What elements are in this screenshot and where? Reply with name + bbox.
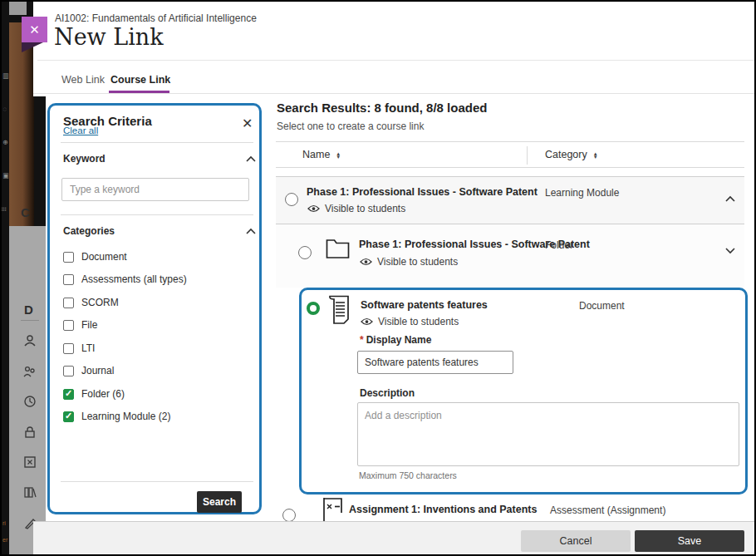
- radio-unselected[interactable]: [282, 509, 296, 522]
- checkbox-option-scorm[interactable]: SCORM: [63, 294, 246, 311]
- close-filters-icon[interactable]: ✕: [242, 116, 253, 131]
- background-block: [9, 2, 27, 15]
- checkbox-option-file[interactable]: File: [63, 317, 246, 333]
- dialog-footer: Cancel Save: [33, 521, 756, 554]
- groups-icon: [23, 365, 37, 378]
- checkbox-option-folder[interactable]: Folder (6): [63, 386, 246, 402]
- radio-unselected[interactable]: [298, 246, 312, 259]
- row-category: Folder: [545, 239, 573, 251]
- search-button[interactable]: Search: [197, 491, 242, 513]
- visibility-label: Visible to students: [378, 316, 459, 327]
- option-label: Assessments (all types): [81, 273, 187, 285]
- checkbox-unchecked[interactable]: [63, 274, 74, 285]
- display-name-input[interactable]: [357, 351, 513, 374]
- radio-selected[interactable]: [307, 302, 320, 315]
- nav-glyph-icon: ◌: [1, 107, 8, 111]
- chevron-up-icon[interactable]: [724, 195, 736, 203]
- visibility-row: Visible to students: [360, 256, 458, 268]
- checkbox-checked[interactable]: [63, 411, 74, 422]
- eye-icon: [307, 204, 320, 213]
- keyword-input[interactable]: [61, 178, 249, 201]
- column-header-name[interactable]: Name▲▼: [302, 149, 341, 160]
- sort-icon[interactable]: ▲▼: [336, 152, 341, 159]
- dimmed-sidebar: C D: [9, 226, 46, 554]
- option-label: Document: [81, 251, 127, 263]
- chevron-up-icon[interactable]: [245, 228, 257, 235]
- new-link-dialog: ▤ ◌ ⊕ ▣ ⠿ ri er C D AI1002: Fundamentals…: [0, 0, 756, 556]
- lock-icon: [23, 426, 37, 439]
- option-label: Journal: [81, 365, 114, 376]
- nav-text: ri: [2, 520, 6, 526]
- person-icon: [23, 334, 37, 347]
- checkbox-checked[interactable]: [63, 389, 74, 400]
- column-divider: [527, 146, 528, 165]
- clear-all-link[interactable]: Clear all: [63, 125, 98, 135]
- divider: [61, 214, 253, 215]
- books-icon: [23, 485, 37, 499]
- visibility-label: Visible to students: [377, 256, 458, 268]
- sort-icon[interactable]: ▲▼: [593, 152, 598, 159]
- display-name-label: *Display Name: [360, 334, 431, 346]
- checkbox-option-journal[interactable]: Journal: [63, 362, 246, 379]
- checkbox-option-learning-module[interactable]: Learning Module (2): [63, 408, 246, 425]
- description-label: Description: [360, 387, 415, 399]
- checkbox-unchecked[interactable]: [63, 320, 74, 331]
- course-code-label: AI1002: Fundamentals of Artificial Intel…: [55, 12, 257, 24]
- nav-glyph-icon: ⠿: [1, 207, 8, 212]
- cancel-button[interactable]: Cancel: [521, 530, 631, 552]
- nav-text: er: [2, 537, 7, 543]
- option-label: LTI: [81, 342, 95, 354]
- checkbox-unchecked[interactable]: [63, 343, 74, 354]
- results-table-header: Name▲▼ Category▲▼: [276, 141, 744, 168]
- nav-glyph-icon: ⊕: [2, 140, 9, 145]
- nav-glyph-icon: ▣: [2, 173, 9, 180]
- radio-unselected[interactable]: [285, 193, 298, 206]
- divider: [61, 481, 253, 482]
- checkbox-unchecked[interactable]: [63, 298, 74, 308]
- results-subtitle: Select one to create a course link: [277, 121, 424, 132]
- nav-glyph-icon: ▤: [2, 73, 9, 80]
- chevron-up-icon[interactable]: [245, 155, 257, 163]
- keyword-section-label: Keyword: [63, 153, 106, 165]
- tab-web-link[interactable]: Web Link: [61, 74, 105, 86]
- close-panel-button[interactable]: ✕: [22, 17, 47, 42]
- course-banner-image: [9, 22, 34, 226]
- result-row-document-selected[interactable]: Software patents features Visible to stu…: [299, 288, 748, 494]
- divider: [37, 60, 756, 61]
- checkbox-option-assessments[interactable]: Assessments (all types): [63, 271, 246, 288]
- row-title: Assignment 1: Inventions and Patents: [349, 504, 537, 515]
- categories-section-label: Categories: [63, 225, 115, 237]
- close-button-fold: [22, 42, 43, 52]
- checkbox-unchecked[interactable]: [63, 252, 74, 263]
- result-row-learning-module[interactable]: Phase 1: Professional Issues - Software …: [276, 176, 744, 224]
- checkbox-option-lti[interactable]: LTI: [63, 340, 246, 357]
- calculator-icon: [23, 455, 37, 469]
- column-header-category[interactable]: Category▲▼: [545, 149, 598, 160]
- dimmed-letter: C: [21, 205, 30, 219]
- checkbox-option-document[interactable]: Document: [63, 248, 246, 265]
- divider: [33, 93, 756, 94]
- required-asterisk: *: [360, 334, 364, 346]
- save-button[interactable]: Save: [635, 530, 744, 552]
- eye-icon: [360, 258, 372, 266]
- row-category: Learning Module: [545, 187, 619, 199]
- visibility-row: Visible to students: [361, 316, 459, 327]
- option-label: Folder (6): [81, 388, 125, 400]
- page-title: New Link: [54, 24, 164, 50]
- row-title: Software patents features: [361, 299, 488, 311]
- folder-icon: [326, 239, 350, 259]
- result-row-folder[interactable]: Phase 1: Professional Issues - Software …: [276, 224, 744, 288]
- close-icon: ✕: [29, 22, 40, 37]
- tab-course-link[interactable]: Course Link: [110, 74, 170, 86]
- description-textarea[interactable]: [357, 402, 739, 466]
- assessment-icon: [322, 497, 344, 523]
- row-category: Assessment (Assignment): [550, 504, 665, 516]
- results-title: Search Results: 8 found, 8/8 loaded: [277, 101, 487, 115]
- dimmed-letter: D: [24, 303, 33, 317]
- row-category: Document: [579, 300, 625, 312]
- checkbox-unchecked[interactable]: [63, 366, 74, 376]
- option-label: SCORM: [81, 297, 119, 308]
- option-label: File: [81, 319, 97, 331]
- chevron-down-icon[interactable]: [724, 247, 736, 254]
- visibility-label: Visible to students: [325, 203, 405, 214]
